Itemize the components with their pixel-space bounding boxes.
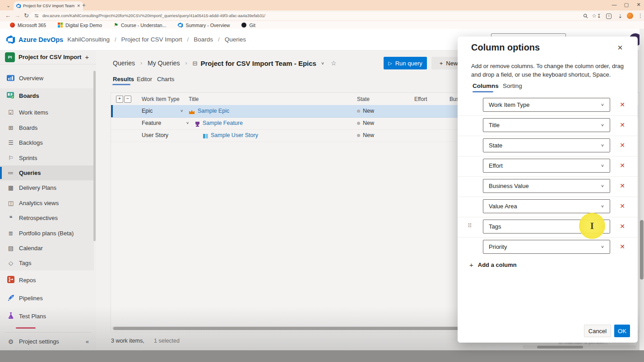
drag-handle-icon[interactable]: ⠿ — [468, 222, 471, 229]
panel-tab-sorting[interactable]: Sorting — [503, 82, 522, 89]
column-select[interactable]: Work Item Type∨ — [483, 98, 610, 112]
window-minimize-button[interactable]: — — [611, 2, 617, 7]
sidebar-item-work-items[interactable]: ☑ Work items — [0, 105, 94, 120]
queries-crumb[interactable]: Queries — [113, 60, 135, 67]
panel-tab-columns[interactable]: Columns — [473, 82, 499, 89]
window-close-button[interactable]: ✕ — [635, 2, 642, 8]
sidebar-item-delivery-plans[interactable]: ▦ Delivery Plans — [0, 180, 94, 195]
page-scrollbar-thumb[interactable] — [640, 220, 644, 280]
column-select[interactable]: Priority∨ — [483, 240, 610, 254]
boards-breadcrumb[interactable]: Boards — [194, 36, 213, 43]
sidebar-item-tags[interactable]: ◇ Tags — [0, 256, 94, 270]
work-item-type-cell: Epic — [142, 108, 153, 114]
tab-search-chevron-icon[interactable]: ⌄ — [6, 3, 10, 8]
downloads-icon[interactable]: ⇣ — [618, 14, 622, 19]
tab-charts[interactable]: Charts — [157, 76, 174, 82]
tab-close-icon[interactable]: ✕ — [77, 4, 80, 8]
retrospectives-icon: ❝ — [5, 215, 16, 221]
work-item-link[interactable]: Sample User Story — [211, 132, 258, 138]
collapse-row-chevron-icon[interactable]: ∨ — [186, 121, 189, 124]
collapse-row-chevron-icon[interactable]: ∨ — [180, 109, 183, 112]
page-scrollbar-track[interactable] — [639, 29, 644, 350]
tab-results[interactable]: Results — [113, 76, 134, 82]
column-header-title[interactable]: Title — [189, 96, 199, 102]
remove-column-icon[interactable]: ✕ — [618, 121, 626, 128]
tab-editor[interactable]: Editor — [137, 76, 152, 82]
column-select[interactable]: State∨ — [483, 138, 610, 152]
sidebar-item-repos[interactable]: Repos — [0, 272, 94, 288]
sidebar-item-boards[interactable]: ⊞ Boards — [0, 120, 94, 135]
new-tab-button[interactable]: + — [82, 2, 86, 8]
forward-button[interactable]: → — [14, 13, 20, 18]
bookmark-label: Course - Understan... — [121, 23, 166, 28]
profile-avatar[interactable] — [627, 13, 633, 19]
sidebar-item-boards-section[interactable]: Boards — [0, 88, 94, 103]
project-switcher[interactable]: PI Project for CSV Import + — [0, 50, 96, 64]
column-select[interactable]: Effort∨ — [483, 159, 610, 173]
cancel-button[interactable]: Cancel — [584, 325, 611, 337]
sidebar-item-pipelines[interactable]: Pipelines — [0, 290, 94, 306]
sidebar-item-sprints[interactable]: ⚐ Sprints — [0, 151, 94, 165]
remove-column-icon[interactable]: ✕ — [618, 223, 626, 230]
sidebar-item-portfolio-plans[interactable]: ≣ Portfolio plans (Beta) — [0, 226, 94, 241]
column-header-state[interactable]: State — [357, 96, 370, 102]
remove-column-icon[interactable]: ✕ — [618, 101, 626, 108]
flag-icon: ⚑ — [114, 22, 118, 28]
column-select[interactable]: Value Area∨ — [483, 199, 610, 213]
project-breadcrumb[interactable]: Project for CSV Import — [121, 36, 182, 43]
collapse-all-button[interactable]: − — [124, 96, 131, 103]
favorite-star-icon[interactable]: ☆ — [331, 60, 337, 67]
remove-column-icon[interactable]: ✕ — [618, 243, 626, 250]
query-title[interactable]: Project for CSV Import Team - Epics — [201, 60, 316, 67]
browser-menu-icon[interactable]: ⋮ — [638, 13, 643, 18]
window-maximize-button[interactable]: ▢ — [623, 2, 630, 8]
sidebar-item-backlogs[interactable]: ☰ Backlogs — [0, 135, 94, 150]
run-query-button[interactable]: ▷ Run query — [384, 57, 427, 69]
zoom-icon[interactable] — [583, 14, 588, 18]
sidebar-scrollbar[interactable] — [93, 71, 96, 241]
collapse-sidebar-icon[interactable]: « — [86, 338, 96, 345]
remove-column-icon[interactable]: ✕ — [618, 202, 626, 210]
bookmark-course[interactable]: ⚑ Course - Understan... — [114, 22, 166, 28]
refresh-button[interactable]: ↻ — [24, 13, 29, 18]
azure-devops-logo[interactable] — [6, 35, 15, 44]
expand-all-button[interactable]: + — [116, 96, 123, 103]
bookmark-microsoft-365[interactable]: Microsoft 365 — [10, 23, 46, 28]
org-breadcrumb[interactable]: KahilConsulting — [67, 36, 110, 43]
close-icon[interactable]: ✕ — [616, 44, 625, 52]
bookmark-git[interactable]: Git — [241, 23, 255, 28]
address-bar[interactable]: dev.azure.com/KahilConsulting/Project%20… — [30, 12, 601, 20]
query-title-chevron-icon[interactable]: ∨ — [321, 61, 324, 65]
sidebar-item-retrospectives[interactable]: ❝ Retrospectives — [0, 211, 94, 225]
add-column-button[interactable]: + Add a column — [469, 261, 517, 269]
project-settings-item[interactable]: ⚙ Project settings « — [0, 334, 96, 349]
column-select[interactable]: Title∨ — [483, 118, 610, 132]
column-select[interactable]: Business Value∨ — [483, 179, 610, 193]
sidebar-item-analytics-views[interactable]: ◫ Analytics views — [0, 196, 94, 211]
queries-breadcrumb[interactable]: Queries — [225, 36, 246, 43]
remove-column-icon[interactable]: ✕ — [618, 142, 626, 149]
product-name[interactable]: Azure DevOps — [19, 36, 63, 43]
bookmark-summary-overview[interactable]: Summary - Overview — [178, 23, 230, 28]
bookmark-star-icon[interactable]: ☆ — [592, 13, 597, 18]
tab-organize-icon[interactable]: + — [606, 14, 612, 19]
column-header-work-item-type[interactable]: Work Item Type — [142, 96, 180, 102]
sidebar-item-test-plans[interactable]: Test Plans — [0, 308, 94, 324]
my-queries-crumb[interactable]: My Queries — [148, 60, 180, 67]
work-item-link[interactable]: Sample Epic — [198, 108, 229, 114]
add-project-icon[interactable]: + — [85, 53, 96, 61]
sidebar-item-overview[interactable]: Overview — [0, 71, 94, 86]
browser-tab[interactable]: Project for CSV Import Team - E ✕ — [14, 1, 83, 10]
column-row-priority: Priority∨ ✕ — [458, 237, 638, 257]
back-button[interactable]: ← — [5, 13, 11, 18]
send-to-device-icon[interactable]: ↧ — [597, 14, 601, 19]
remove-column-icon[interactable]: ✕ — [618, 182, 626, 189]
ok-button[interactable]: OK — [614, 325, 630, 337]
sidebar-item-label: Test Plans — [19, 313, 46, 320]
sidebar-item-queries[interactable]: ≔ Queries — [0, 165, 94, 180]
sidebar-item-calendar[interactable]: ▤ Calendar — [0, 241, 94, 256]
remove-column-icon[interactable]: ✕ — [618, 162, 626, 169]
work-item-link[interactable]: Sample Feature — [203, 120, 243, 126]
bookmark-digital-exp-demo[interactable]: Digital Exp Demo — [58, 23, 102, 28]
column-header-effort[interactable]: Effort — [414, 96, 427, 102]
